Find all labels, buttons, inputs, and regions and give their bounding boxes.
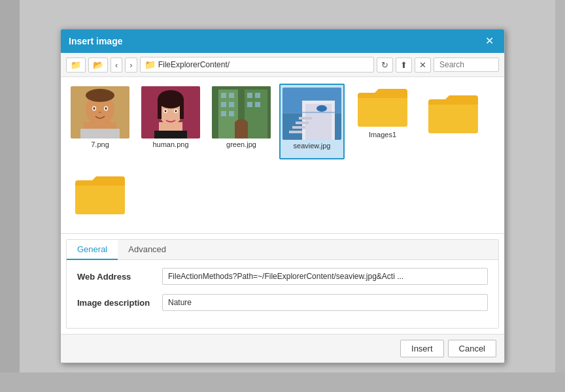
- back-icon: ‹: [115, 60, 118, 70]
- web-address-input[interactable]: [162, 268, 488, 285]
- file-item[interactable]: human.png: [138, 84, 203, 159]
- dialog-close-button[interactable]: ✕: [483, 35, 496, 48]
- back-button[interactable]: ‹: [111, 57, 122, 73]
- file-name: green.jpg: [226, 140, 256, 148]
- svg-point-7: [94, 107, 95, 110]
- svg-rect-15: [180, 99, 184, 119]
- open-folder-icon: 📂: [93, 60, 103, 70]
- file-name: 7.png: [91, 140, 109, 148]
- svg-point-20: [175, 110, 177, 112]
- file-item-selected[interactable]: seaview.jpg: [279, 84, 345, 159]
- modal-overlay: Insert image ✕ 📁 📂 ‹ › 📁 FileExplorerCon…: [0, 0, 565, 392]
- svg-rect-14: [158, 99, 162, 119]
- svg-rect-30: [229, 111, 234, 116]
- folder-name: Images1: [369, 131, 396, 139]
- tab-general-content: Web Address Image description: [67, 260, 498, 328]
- svg-rect-34: [255, 102, 260, 107]
- tab-advanced[interactable]: Advanced: [118, 240, 177, 260]
- svg-rect-26: [229, 93, 234, 98]
- folder-icon: [356, 86, 409, 129]
- folder-item[interactable]: Images1: [350, 84, 415, 159]
- svg-rect-32: [255, 93, 260, 98]
- tab-bar: General Advanced: [67, 240, 498, 260]
- svg-rect-25: [221, 93, 226, 98]
- image-description-row: Image description: [77, 294, 488, 311]
- search-input[interactable]: [434, 57, 499, 72]
- tab-general[interactable]: General: [67, 240, 118, 260]
- svg-rect-40: [296, 122, 309, 124]
- web-address-label: Web Address: [77, 272, 162, 282]
- svg-point-43: [317, 105, 327, 112]
- path-text: FileExplorerContent/: [158, 60, 230, 69]
- svg-rect-27: [221, 102, 226, 107]
- dialog-title: Insert image: [69, 36, 122, 46]
- folder-item[interactable]: [67, 171, 133, 227]
- file-grid: 7.png: [61, 77, 504, 234]
- delete-icon: ✕: [419, 60, 426, 70]
- delete-button[interactable]: ✕: [415, 57, 431, 73]
- file-thumbnail: [141, 86, 200, 139]
- file-name: seaview.jpg: [294, 142, 331, 150]
- forward-icon: ›: [129, 60, 132, 70]
- svg-rect-16: [154, 131, 187, 139]
- image-description-label: Image description: [77, 298, 162, 308]
- refresh-icon: ↻: [381, 60, 388, 70]
- upload-icon: ⬆: [400, 60, 407, 70]
- svg-rect-42: [289, 131, 302, 133]
- refresh-button[interactable]: ↻: [377, 57, 393, 73]
- folder-icon: [427, 93, 479, 135]
- image-description-input[interactable]: [162, 294, 488, 311]
- file-thumbnail: [282, 88, 341, 140]
- svg-point-9: [99, 112, 101, 114]
- file-thumbnail: [212, 86, 271, 139]
- tab-section: General Advanced Web Address Image descr…: [66, 239, 499, 329]
- svg-point-19: [165, 110, 167, 112]
- svg-rect-29: [221, 111, 226, 116]
- insert-image-dialog: Insert image ✕ 📁 📂 ‹ › 📁 FileExplorerCon…: [60, 29, 505, 363]
- forward-button[interactable]: ›: [125, 57, 137, 73]
- new-folder-button[interactable]: 📁: [66, 57, 86, 73]
- svg-point-3: [86, 89, 114, 102]
- folder-item[interactable]: [420, 90, 486, 159]
- path-folder-icon: 📁: [145, 59, 156, 70]
- folder-icon: [74, 174, 126, 216]
- file-thumbnail: [71, 86, 129, 139]
- svg-rect-28: [229, 102, 234, 107]
- svg-rect-41: [292, 126, 305, 129]
- path-box: 📁 FileExplorerContent/: [140, 57, 374, 73]
- dialog-header: Insert image ✕: [61, 29, 504, 53]
- file-item[interactable]: green.jpg: [209, 84, 274, 159]
- insert-button[interactable]: Insert: [400, 340, 444, 357]
- file-explorer-toolbar: 📁 📂 ‹ › 📁 FileExplorerContent/ ↻ ⬆: [61, 53, 504, 77]
- dialog-footer: Insert Cancel: [61, 334, 504, 363]
- new-folder-icon: 📁: [71, 60, 81, 70]
- file-item[interactable]: 7.png: [67, 84, 133, 159]
- svg-point-8: [105, 107, 107, 110]
- svg-rect-31: [247, 93, 252, 98]
- svg-rect-33: [247, 102, 252, 107]
- upload-button[interactable]: ⬆: [396, 57, 412, 73]
- open-folder-button[interactable]: 📂: [88, 57, 108, 73]
- cancel-button[interactable]: Cancel: [448, 340, 496, 357]
- file-name: human.png: [152, 140, 188, 148]
- web-address-row: Web Address: [77, 268, 488, 285]
- svg-rect-39: [299, 117, 312, 120]
- svg-rect-4: [80, 129, 120, 139]
